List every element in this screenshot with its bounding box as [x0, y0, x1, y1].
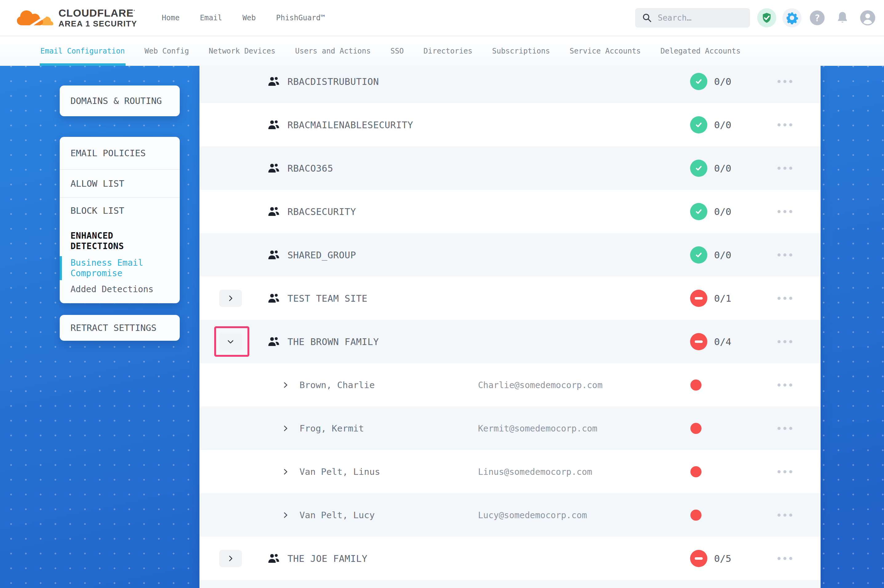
group-name-label: THE JOE FAMILY [287, 553, 367, 564]
domains-routing-link[interactable]: DOMAINS & ROUTING [71, 96, 162, 106]
table-row-group: RBACMAILENABLESECURITY0/0 [200, 103, 821, 146]
member-count: 0/0 [714, 249, 731, 261]
trademark-tick: ' [134, 9, 135, 14]
tab-subscriptions[interactable]: Subscriptions [492, 36, 551, 66]
row-actions-menu[interactable] [777, 470, 792, 473]
minus-icon [695, 557, 703, 560]
row-actions-menu[interactable] [777, 384, 792, 387]
table-row-group: RBACO3650/0 [200, 146, 821, 190]
row-actions-menu[interactable] [777, 557, 792, 560]
sidebar-item-email-policies[interactable]: EMAIL POLICIES [60, 137, 180, 170]
nav-home[interactable]: Home [162, 14, 180, 22]
search-input[interactable] [658, 13, 738, 22]
shield-check-icon[interactable] [757, 8, 776, 27]
nav-web[interactable]: Web [242, 14, 256, 22]
sidebar-card-retract-settings[interactable]: RETRACT SETTINGS [60, 315, 180, 341]
avatar-icon[interactable] [858, 8, 877, 27]
row-actions-menu[interactable] [777, 123, 792, 126]
help-glyph: ? [815, 13, 820, 23]
expand-member-chevron-icon[interactable] [282, 425, 289, 432]
member-name: Van Pelt, Lucy [299, 510, 374, 520]
row-actions-menu[interactable] [777, 254, 792, 256]
sidebar-item-business-email-compromise[interactable]: Business Email Compromise [71, 258, 169, 279]
member-count: 0/1 [714, 293, 731, 304]
gear-icon[interactable] [782, 8, 801, 27]
status-red-dot [690, 466, 702, 477]
tab-email-configuration[interactable]: Email Configuration [40, 36, 126, 66]
tab-service-accounts[interactable]: Service Accounts [569, 36, 642, 66]
header-icon-bar: ? [757, 8, 877, 27]
member-count: 0/0 [714, 163, 731, 174]
member-name: Brown, Charlie [299, 380, 374, 390]
member-count: 0/5 [714, 553, 731, 564]
row-actions-menu[interactable] [777, 166, 792, 170]
group-name-label: THE BROWN FAMILY [287, 336, 379, 347]
cloudflare-logo: CLOUDFLARE' AREA 1 SECURITY [15, 8, 137, 28]
table-row-group: TEST TEAM SITE0/1 [200, 276, 821, 320]
status-ok-badge [690, 203, 707, 220]
table-row-partial [200, 580, 821, 588]
row-actions-menu[interactable] [777, 210, 792, 213]
nav-email[interactable]: Email [200, 14, 222, 22]
member-email: Linus@somedemocorp.com [478, 466, 592, 477]
tab-users-and-actions[interactable]: Users and Actions [295, 36, 371, 66]
row-actions-menu[interactable] [777, 80, 792, 83]
group-people-icon [267, 249, 280, 261]
tab-delegated-accounts[interactable]: Delegated Accounts [660, 36, 741, 66]
table-row-group: SHARED_GROUP0/0 [200, 233, 821, 276]
expand-group-button[interactable] [219, 550, 242, 567]
tab-web-config[interactable]: Web Config [144, 36, 190, 66]
table-row-member: Brown, CharlieCharlie@somedemocorp.com [200, 363, 821, 406]
retract-settings-link[interactable]: RETRACT SETTINGS [71, 322, 156, 333]
sidebar-item-added-detections[interactable]: Added Detections [71, 284, 169, 295]
sidebar-item-block-list[interactable]: BLOCK LIST [60, 198, 180, 223]
row-actions-menu[interactable] [777, 340, 792, 343]
group-name-label: RBACMAILENABLESECURITY [287, 119, 413, 130]
status-red-dot [690, 423, 702, 434]
status-blocked-badge [690, 290, 707, 307]
member-count: 0/0 [714, 206, 731, 217]
expand-group-button[interactable] [219, 290, 242, 307]
chevron-right-icon [227, 294, 235, 302]
table-row-member: Frog, KermitKermit@somedemocorp.com [200, 406, 821, 450]
table-row-member: Van Pelt, LucyLucy@somedemocorp.com [200, 493, 821, 537]
status-ok-badge [690, 246, 707, 264]
brand-name: CLOUDFLARE' [59, 8, 137, 19]
tab-network-devices[interactable]: Network Devices [208, 36, 276, 66]
row-actions-menu[interactable] [777, 514, 792, 517]
group-people-icon [267, 75, 280, 88]
minus-icon [695, 340, 703, 343]
sidebar-item-allow-list[interactable]: ALLOW LIST [60, 170, 180, 198]
help-icon[interactable]: ? [808, 8, 827, 27]
expand-member-chevron-icon[interactable] [282, 381, 289, 389]
table-row-group: THE BROWN FAMILY0/4 [200, 320, 821, 363]
search-icon [642, 13, 652, 23]
group-name-label: RBACO365 [287, 163, 333, 174]
tab-sso[interactable]: SSO [390, 36, 404, 66]
member-count: 0/0 [714, 76, 731, 87]
nav-phishguard[interactable]: PhishGuard™ [276, 14, 325, 22]
expand-member-chevron-icon[interactable] [282, 512, 289, 519]
row-actions-menu[interactable] [777, 427, 792, 430]
table-row-group: RBACSECURITY0/0 [200, 190, 821, 233]
group-people-icon [267, 335, 280, 348]
expand-member-chevron-icon[interactable] [282, 468, 289, 476]
collapse-group-button[interactable] [219, 333, 242, 350]
member-email: Kermit@somedemocorp.com [478, 423, 597, 433]
row-actions-menu[interactable] [777, 297, 792, 300]
table-row-member: Van Pelt, LinusLinus@somedemocorp.com [200, 450, 821, 493]
chevron-right-icon [227, 555, 235, 562]
status-red-dot [690, 510, 702, 520]
group-people-icon [267, 292, 280, 305]
status-ok-badge [690, 116, 707, 134]
top-bar: CLOUDFLARE' AREA 1 SECURITY HomeEmailWeb… [0, 0, 884, 36]
cloudflare-cloud-icon [15, 8, 54, 28]
group-name-label: TEST TEAM SITE [287, 293, 367, 303]
brand-subtitle: AREA 1 SECURITY [59, 20, 137, 28]
sidebar-card-domains-routing[interactable]: DOMAINS & ROUTING [60, 86, 180, 116]
tab-directories[interactable]: Directories [423, 36, 473, 66]
bell-icon[interactable] [833, 8, 852, 27]
status-blocked-badge [690, 550, 707, 567]
search-box[interactable] [635, 8, 750, 27]
sidebar-card-email-policies: EMAIL POLICIES ALLOW LIST BLOCK LIST ENH… [60, 137, 180, 303]
